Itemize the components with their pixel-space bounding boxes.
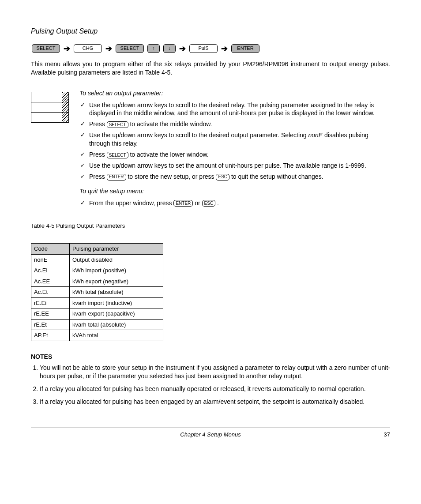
th-param: Pulsing parameter — [70, 244, 163, 255]
intro-paragraph: This menu allows you to program either o… — [31, 60, 390, 77]
display-diagram — [31, 92, 69, 123]
pulsing-parameters-table: Code Pulsing parameter nonEOutput disabl… — [31, 243, 163, 341]
step-2-text-b: to activate the middle window. — [130, 120, 212, 128]
step-6: Press ENTER to store the new setup, or p… — [79, 173, 390, 181]
cell-code: Ac.Ei — [31, 265, 70, 276]
section-title: Pulsing Output Setup — [31, 26, 390, 36]
key-down: ↓ — [163, 44, 176, 53]
select-heading: To select an output parameter: — [79, 89, 390, 98]
cell-code: rE.EE — [31, 308, 70, 320]
page-footer: Chapter 4 Setup Menus 37 — [31, 428, 390, 439]
inline-key-esc: ESC — [202, 200, 216, 207]
notes-heading: NOTES — [31, 353, 390, 361]
key-select-2: SELECT — [116, 44, 144, 53]
key-enter: ENTER — [231, 44, 259, 53]
note-2: If a relay you allocated for pulsing has… — [40, 385, 390, 393]
cell-param: kVAh total — [70, 330, 163, 341]
cell-param: kvarh total (absolute) — [70, 319, 163, 330]
footer-chapter: Chapter 4 Setup Menus — [44, 431, 377, 439]
step-3-em: nonE — [308, 132, 323, 139]
cell-param: kWh import (positive) — [70, 265, 163, 276]
hatch-icon — [62, 102, 68, 112]
step-3: Use the up/down arrow keys to scroll to … — [79, 131, 390, 148]
quit-dot: . — [217, 199, 219, 207]
step-3-text-a: Use the up/down arrow keys to scroll to … — [89, 132, 307, 139]
quit-heading: To quit the setup menu: — [79, 187, 390, 196]
cell-code: rE.Et — [31, 319, 70, 330]
table-caption: Table 4-5 Pulsing Output Parameters — [31, 222, 390, 230]
quit-or: or — [195, 199, 200, 207]
quit-step: From the upper window, press ENTER or ES… — [79, 199, 390, 207]
step-6-text-b: to store the new setup, or press — [128, 173, 214, 180]
footer-page: 37 — [377, 431, 390, 439]
note-1: You will not be able to store your setup… — [40, 364, 390, 380]
th-code: Code — [31, 244, 70, 255]
cell-param: kvarh import (inductive) — [70, 297, 163, 308]
arrow-right-icon: ➔ — [105, 43, 112, 54]
inline-key-select: SELECT — [107, 152, 128, 158]
arrow-right-icon: ➔ — [64, 43, 70, 54]
step-6-text-c: to quit the setup without changes. — [231, 173, 323, 180]
cell-param: kWh total (absolute) — [70, 287, 163, 298]
arrow-right-icon: ➔ — [221, 43, 228, 54]
step-2: Press SELECT to activate the middle wind… — [79, 120, 390, 128]
key-puls: PulS — [189, 44, 218, 53]
cell-code: rE.Ei — [31, 297, 70, 308]
cell-param: Output disabled — [70, 254, 163, 265]
inline-key-enter: ENTER — [107, 174, 126, 181]
cell-param: kWh export (negative) — [70, 276, 163, 287]
cell-param: kvarh export (capacitive) — [70, 308, 163, 320]
step-5: Use the up/down arrow keys to set the am… — [79, 162, 390, 170]
inline-key-enter: ENTER — [173, 200, 193, 207]
note-3: If a relay you allocated for pulsing has… — [40, 398, 390, 406]
step-6-text-a: Press — [89, 173, 105, 180]
hatch-icon — [62, 113, 68, 122]
step-4: Press SELECT to activate the lower windo… — [79, 150, 390, 159]
key-sequence: SELECT ➔ CHG ➔ SELECT ↑ ↓ ➔ PulS ➔ ENTER — [32, 43, 390, 54]
step-1: Use the up/down arrow keys to scroll to … — [79, 101, 390, 118]
step-4-text-a: Press — [89, 151, 105, 158]
key-chg: CHG — [74, 44, 102, 53]
cell-code: Ac.EE — [31, 276, 70, 287]
notes-list: You will not be able to store your setup… — [31, 364, 390, 406]
key-select-1: SELECT — [32, 44, 60, 53]
quit-text-a: From the upper window, press — [89, 199, 172, 207]
hatch-icon — [62, 92, 68, 102]
inline-key-select: SELECT — [107, 121, 128, 128]
inline-key-esc: ESC — [216, 174, 229, 181]
cell-code: nonE — [31, 254, 70, 265]
cell-code: AP.Et — [31, 330, 70, 341]
step-4-text-b: to activate the lower window. — [130, 151, 208, 158]
arrow-right-icon: ➔ — [179, 43, 186, 54]
key-up: ↑ — [147, 44, 160, 53]
step-2-text-a: Press — [89, 120, 105, 128]
cell-code: Ac.Et — [31, 287, 70, 298]
